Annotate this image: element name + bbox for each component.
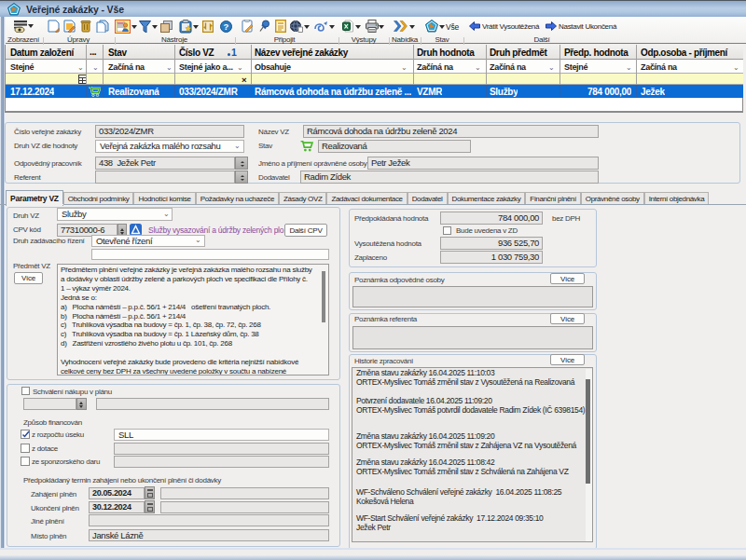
svg-text:?: ? (224, 21, 229, 32)
